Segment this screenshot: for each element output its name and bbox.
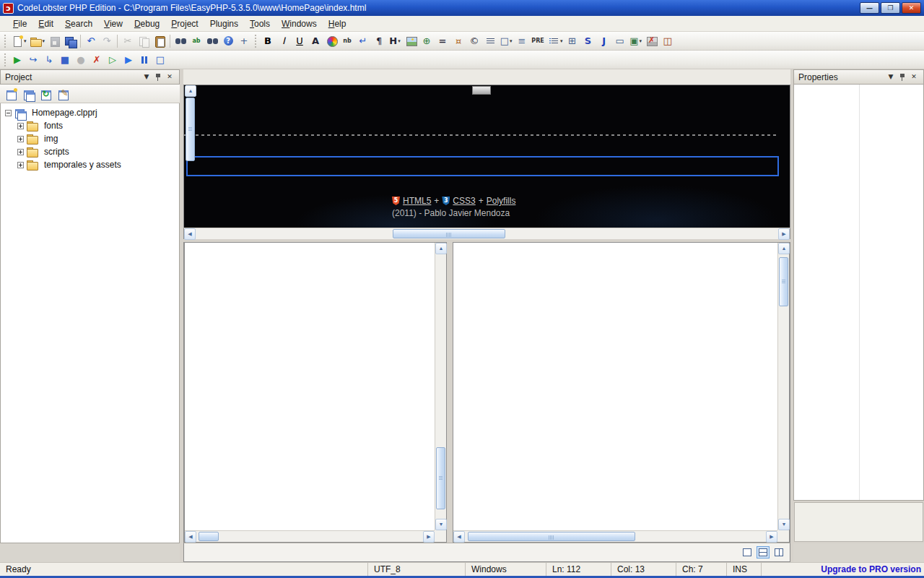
css3-link[interactable]: CSS3 xyxy=(453,196,475,206)
editor-horizontal-scrollbar[interactable]: ◀ ▶ xyxy=(453,530,777,542)
scroll-right-icon[interactable]: ▶ xyxy=(423,531,435,543)
dropdown-arrow-icon[interactable]: ▾ xyxy=(560,38,563,44)
italic-button[interactable]: I xyxy=(276,33,292,49)
paragraph-button[interactable]: ¶ xyxy=(371,33,387,49)
dropdown-arrow-icon[interactable]: ▾ xyxy=(43,38,45,44)
menu-tools[interactable]: Tools xyxy=(244,17,276,30)
continue-button[interactable]: ▶ xyxy=(121,52,136,68)
anchor-button[interactable]: ⊕ xyxy=(419,33,435,49)
remove-breakpoints-button[interactable]: ✗ xyxy=(89,52,105,68)
code-pane-splitter[interactable] xyxy=(447,242,453,543)
div-block-button[interactable]: □▾ xyxy=(498,33,514,49)
bold-button[interactable]: B xyxy=(260,33,276,49)
line-break-button[interactable]: ↵ xyxy=(355,33,371,49)
scrollbar-thumb[interactable] xyxy=(199,532,219,541)
menu-debug[interactable]: Debug xyxy=(128,17,165,30)
plus-expander-icon[interactable] xyxy=(17,123,24,129)
scroll-up-icon[interactable]: ▲ xyxy=(778,243,790,254)
menu-view[interactable]: View xyxy=(98,17,128,30)
preview-scroll-handle[interactable] xyxy=(472,86,491,95)
menu-file[interactable]: File xyxy=(7,17,32,30)
scroll-right-icon[interactable]: ▶ xyxy=(766,531,777,543)
scroll-left-icon[interactable]: ◀ xyxy=(184,228,196,240)
scroll-up-icon[interactable]: ▲ xyxy=(435,243,447,254)
single-view-icon[interactable] xyxy=(741,546,754,558)
menu-project[interactable]: Project xyxy=(165,17,204,30)
breakpoint-button[interactable]: ● xyxy=(73,52,89,68)
tree-item-temporales-y-assets[interactable]: temporales y assets xyxy=(1,158,179,171)
scroll-left-icon[interactable]: ◀ xyxy=(453,531,465,543)
restore-button[interactable]: ❐ xyxy=(881,2,900,14)
polyfills-link[interactable]: Polyfills xyxy=(487,196,516,206)
dropdown-arrow-icon[interactable]: ▾ xyxy=(398,38,401,44)
step-over-button[interactable]: ↪ xyxy=(25,52,41,68)
close-button[interactable]: ✕ xyxy=(902,2,921,14)
no-image-button[interactable] xyxy=(644,33,660,49)
insert-table-button[interactable]: ⊞ xyxy=(565,33,580,49)
plus-expander-icon[interactable] xyxy=(17,149,24,155)
dropdown-arrow-icon[interactable]: ▾ xyxy=(24,38,27,44)
scrollbar-thumb[interactable] xyxy=(779,257,788,306)
plus-expander-icon[interactable] xyxy=(17,136,24,142)
scroll-down-icon[interactable]: ▼ xyxy=(435,519,447,530)
plus-expander-icon[interactable] xyxy=(17,162,24,168)
find-in-files-button[interactable] xyxy=(204,33,220,49)
nbsp-button[interactable]: nb xyxy=(339,33,355,49)
run-button[interactable]: ▶ xyxy=(9,52,25,68)
javascript-button[interactable]: J xyxy=(596,33,612,49)
horizontal-split-icon[interactable] xyxy=(757,546,770,558)
editor-vertical-scrollbar[interactable]: ▲ ▼ xyxy=(777,243,789,530)
dropdown-arrow-icon[interactable]: ▾ xyxy=(510,38,513,44)
preview-horizontal-scrollbar[interactable]: ◀ ▶ xyxy=(183,228,790,239)
horizontal-rule-button[interactable]: = xyxy=(435,33,450,49)
heading-button[interactable]: H▾ xyxy=(387,33,403,49)
pause-button[interactable] xyxy=(136,52,152,68)
menu-plugins[interactable]: Plugins xyxy=(204,17,244,30)
html5-link[interactable]: HTML5 xyxy=(403,196,431,206)
scrollbar-thumb[interactable] xyxy=(186,98,195,161)
save-button[interactable] xyxy=(46,33,62,49)
help-button[interactable] xyxy=(220,33,236,49)
align-text-button[interactable]: ≡ xyxy=(514,33,530,49)
insert-list-button[interactable]: ▾ xyxy=(546,33,565,49)
refresh-button[interactable] xyxy=(38,86,53,102)
menu-search[interactable]: Search xyxy=(59,17,98,30)
close-panel-icon[interactable]: ✕ xyxy=(909,72,919,82)
save-all-button[interactable] xyxy=(62,33,78,49)
minimize-button[interactable]: — xyxy=(860,2,879,14)
copyright-button[interactable]: © xyxy=(466,33,482,49)
minus-expander-icon[interactable] xyxy=(5,110,12,116)
panel-menu-icon[interactable]: ▼ xyxy=(886,72,896,82)
replace-button[interactable]: ab xyxy=(188,33,204,49)
pin-icon[interactable] xyxy=(898,72,907,82)
cascade-windows-button[interactable] xyxy=(20,86,36,102)
tree-item-img[interactable]: img xyxy=(1,132,179,145)
insert-script-button[interactable]: S xyxy=(580,33,596,49)
add-item-button[interactable] xyxy=(3,86,19,102)
stop-outline-button[interactable]: □ xyxy=(152,52,168,68)
font-button[interactable]: A xyxy=(308,33,323,49)
editor-horizontal-scrollbar[interactable]: ◀ ▶ xyxy=(185,530,435,542)
open-file-button[interactable]: ▾ xyxy=(28,33,47,49)
fullscreen-button[interactable]: + xyxy=(236,33,252,49)
pre-tag-button[interactable]: PRE xyxy=(530,33,546,49)
tree-item-homepage-clpprj[interactable]: Homepage.clpprj xyxy=(1,106,179,119)
insert-object-button[interactable]: ▣▾ xyxy=(628,33,644,49)
color-palette-button[interactable] xyxy=(323,33,339,49)
menu-edit[interactable]: Edit xyxy=(32,17,59,30)
upgrade-link[interactable]: Upgrade to PRO version xyxy=(762,563,924,576)
scrollbar-thumb[interactable] xyxy=(393,229,505,238)
vertical-split-icon[interactable] xyxy=(772,546,785,558)
stop-button[interactable]: ■ xyxy=(57,52,73,68)
scroll-up-icon[interactable]: ▲ xyxy=(185,85,196,97)
special-char-button[interactable]: ¤ xyxy=(450,33,466,49)
close-panel-icon[interactable]: ✕ xyxy=(165,72,175,82)
menu-windows[interactable]: Windows xyxy=(276,17,323,30)
cut-button[interactable]: ✂ xyxy=(120,33,136,49)
tree-item-fonts[interactable]: fonts xyxy=(1,119,179,132)
scrollbar-thumb[interactable] xyxy=(436,447,445,509)
underline-button[interactable]: U xyxy=(292,33,308,49)
find-button[interactable] xyxy=(173,33,188,49)
menu-help[interactable]: Help xyxy=(323,17,352,30)
center-text-button[interactable] xyxy=(482,33,498,49)
